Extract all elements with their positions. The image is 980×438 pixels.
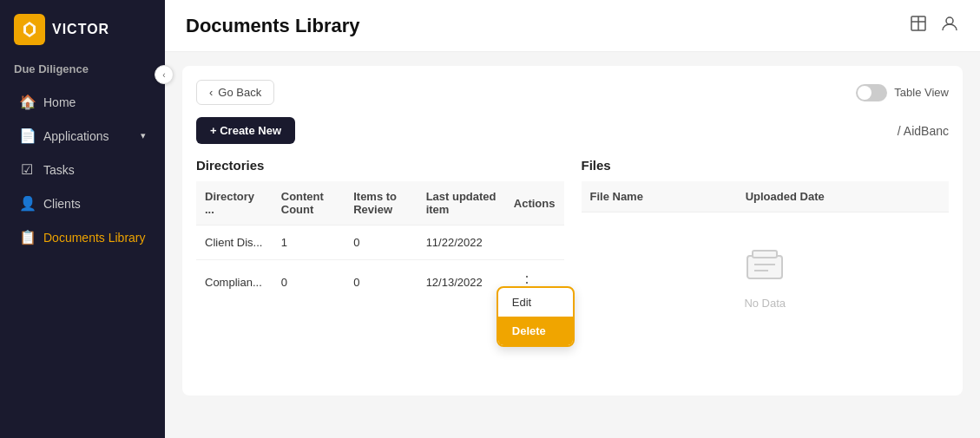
top-bar-icons <box>909 14 959 37</box>
table-view-label: Table View <box>894 86 949 99</box>
sidebar-item-documents-library[interactable]: 📋 Documents Library <box>5 221 160 253</box>
content-card: ‹ Go Back Table View + Create New / AidB… <box>182 66 963 396</box>
applications-icon: 📄 <box>19 127 35 144</box>
svg-rect-4 <box>747 256 782 278</box>
sidebar-item-applications[interactable]: 📄 Applications ▾ <box>5 120 160 152</box>
collapse-icon: ‹ <box>162 70 165 80</box>
col-actions: Actions <box>505 181 564 226</box>
sidebar-item-label: Home <box>43 95 76 109</box>
create-new-label: + Create New <box>210 124 281 137</box>
create-new-button[interactable]: + Create New <box>196 117 295 144</box>
directories-table: Directory ... Content Count Items to Rev… <box>196 181 564 304</box>
sidebar-item-home[interactable]: 🏠 Home <box>5 86 160 118</box>
logo: VICTOR <box>0 0 165 56</box>
toolbar-row: ‹ Go Back Table View <box>196 80 949 105</box>
table-row: Complian... 0 0 12/13/2022 ⋮ Edit <box>196 260 564 304</box>
create-row: + Create New / AidBanc <box>196 117 949 144</box>
files-panel: Files File Name Uploaded Date <box>582 158 950 344</box>
directories-title: Directories <box>196 158 564 173</box>
sidebar-item-label: Clients <box>43 197 81 211</box>
cell-content-count: 0 <box>273 260 345 304</box>
svg-point-3 <box>946 17 953 24</box>
back-arrow-icon: ‹ <box>209 86 213 99</box>
sidebar: VICTOR Due Diligence 🏠 Home 📄 Applicatio… <box>0 0 165 438</box>
home-icon: 🏠 <box>19 94 35 110</box>
col-last-updated: Last updated item <box>418 181 505 226</box>
col-uploaded-date: Uploaded Date <box>737 181 949 212</box>
no-data-icon <box>744 247 786 290</box>
logo-text: VICTOR <box>52 22 109 37</box>
delete-label: Delete <box>512 324 546 337</box>
sidebar-nav: 🏠 Home 📄 Applications ▾ ☑ Tasks 👤 Client… <box>0 86 165 253</box>
files-header-row: File Name Uploaded Date <box>582 181 950 212</box>
no-data-text: No Data <box>744 297 786 310</box>
page-title: Documents Library <box>186 15 360 37</box>
sidebar-item-label: Documents Library <box>43 231 146 245</box>
sidebar-item-tasks[interactable]: ☑ Tasks <box>5 154 160 186</box>
cell-directory: Complian... <box>196 260 273 304</box>
col-content-count: Content Count <box>273 181 345 226</box>
sidebar-collapse-button[interactable]: ‹ <box>155 65 174 84</box>
breadcrumb: / AidBanc <box>898 124 949 138</box>
logo-icon <box>14 14 45 45</box>
edit-menu-item[interactable]: Edit <box>498 288 573 317</box>
sidebar-item-label: Tasks <box>43 163 75 177</box>
col-items-to-review: Items to Review <box>345 181 417 226</box>
delete-menu-item[interactable]: Delete <box>498 317 573 345</box>
col-directory: Directory ... <box>196 181 273 226</box>
directories-panel: Directories Directory ... Content Count … <box>196 158 564 344</box>
table-view-switch[interactable] <box>856 84 887 101</box>
svg-rect-5 <box>753 251 777 258</box>
content-area: ‹ Go Back Table View + Create New / AidB… <box>165 52 980 438</box>
cell-actions-active: ⋮ Edit Delete <box>505 260 564 304</box>
cell-last-updated: 11/22/2022 <box>418 226 505 260</box>
chevron-down-icon: ▾ <box>141 130 146 141</box>
documents-library-icon: 📋 <box>19 229 35 245</box>
main-content: Documents Library ‹ <box>165 0 980 438</box>
no-data-container: No Data <box>582 212 950 344</box>
cell-items-to-review: 0 <box>345 226 417 260</box>
clients-icon: 👤 <box>19 195 35 212</box>
building-icon[interactable] <box>909 14 928 37</box>
tasks-icon: ☑ <box>19 161 35 178</box>
panels: Directories Directory ... Content Count … <box>196 158 949 344</box>
edit-label: Edit <box>512 296 531 309</box>
user-profile-icon[interactable] <box>940 14 959 37</box>
go-back-button[interactable]: ‹ Go Back <box>196 80 274 105</box>
cell-last-updated: 12/13/2022 <box>418 260 505 304</box>
sidebar-item-clients[interactable]: 👤 Clients <box>5 187 160 219</box>
files-title: Files <box>582 158 950 173</box>
files-table: File Name Uploaded Date <box>582 181 950 212</box>
table-view-toggle: Table View <box>856 84 949 101</box>
sidebar-section-title: Due Diligence <box>0 56 165 86</box>
directories-header-row: Directory ... Content Count Items to Rev… <box>196 181 564 226</box>
table-row: Client Dis... 1 0 11/22/2022 <box>196 226 564 260</box>
cell-actions <box>505 226 564 260</box>
top-bar: Documents Library <box>165 0 980 52</box>
cell-directory: Client Dis... <box>196 226 273 260</box>
col-file-name: File Name <box>582 181 737 212</box>
cell-items-to-review: 0 <box>345 260 417 304</box>
cell-content-count: 1 <box>273 226 345 260</box>
sidebar-item-label: Applications <box>43 129 109 143</box>
actions-dropdown: Edit Delete <box>497 286 575 347</box>
go-back-label: Go Back <box>218 86 261 99</box>
